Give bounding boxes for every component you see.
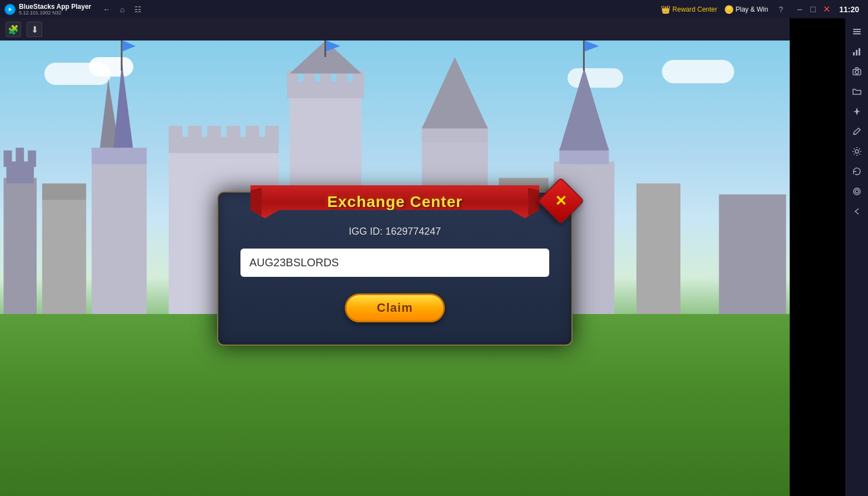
close-dialog-button[interactable]: ✕ (544, 184, 580, 220)
reward-center-label: Reward Center (673, 6, 718, 13)
svg-point-12 (854, 188, 860, 195)
svg-point-11 (855, 190, 859, 193)
close-x-icon: ✕ (555, 194, 567, 208)
help-button[interactable]: ? (775, 3, 787, 16)
reward-center-button[interactable]: 👑 Reward Center (661, 5, 718, 14)
bluestacks-logo (4, 4, 16, 15)
svg-point-9 (855, 70, 859, 74)
sidebar-icon-back[interactable] (848, 203, 866, 220)
app-title: BlueStacks App Player (19, 3, 91, 11)
sidebar-icon-settings[interactable] (848, 143, 866, 160)
svg-rect-2 (853, 29, 861, 30)
sidebar-icon-airplane[interactable] (848, 103, 866, 120)
titlebar-left: BlueStacks App Player 5.12.101.1002 N32 … (0, 3, 144, 16)
maximize-button[interactable]: □ (807, 3, 819, 16)
history-button[interactable]: ☷ (131, 3, 144, 16)
sidebar-icon-stats[interactable] (848, 43, 866, 60)
sidebar-icon-menu[interactable] (848, 23, 866, 41)
app-version: 5.12.101.1002 N32 (19, 11, 91, 16)
clock: 11:20 (839, 5, 859, 14)
play-win-label: Play & Win (736, 6, 769, 13)
minimize-button[interactable]: – (794, 3, 806, 16)
play-win-button[interactable]: 🪙 Play & Win (724, 5, 769, 14)
svg-rect-7 (859, 48, 860, 55)
svg-rect-4 (853, 33, 861, 34)
right-sidebar (845, 18, 868, 496)
toolbar: 🧩 ⬇ (0, 18, 790, 41)
dialog-title: Exchange Center (327, 193, 463, 211)
svg-point-10 (855, 150, 859, 153)
back-button[interactable]: ← (100, 3, 113, 16)
game-area: Exchange Center ✕ IGG ID: 1629774247 Cla… (0, 41, 790, 496)
puzzle-icon: 🧩 (8, 24, 19, 35)
window-controls: – □ ✕ (794, 3, 832, 16)
home-button[interactable]: ⌂ (116, 3, 129, 16)
crown-icon: 👑 (661, 5, 670, 14)
sidebar-icon-folder[interactable] (848, 83, 866, 100)
code-input-wrapper (240, 249, 549, 277)
claim-label: Claim (377, 301, 413, 315)
svg-rect-6 (856, 50, 857, 55)
dialog-overlay: Exchange Center ✕ IGG ID: 1629774247 Cla… (0, 41, 790, 496)
titlebar: BlueStacks App Player 5.12.101.1002 N32 … (0, 0, 868, 18)
close-window-button[interactable]: ✕ (820, 3, 832, 16)
download-icon: ⬇ (31, 24, 38, 35)
download-icon-button[interactable]: ⬇ (27, 22, 42, 37)
close-diamond: ✕ (538, 177, 585, 224)
svg-rect-5 (853, 52, 855, 55)
titlebar-right: 👑 Reward Center 🪙 Play & Win ? – □ ✕ 11:… (661, 3, 868, 16)
exchange-dialog: Exchange Center ✕ IGG ID: 1629774247 Cla… (217, 191, 573, 346)
svg-rect-3 (853, 31, 861, 32)
titlebar-nav: ← ⌂ ☷ (100, 3, 144, 16)
igg-id-text: IGG ID: 1629774247 (240, 226, 549, 237)
claim-button[interactable]: Claim (345, 293, 445, 322)
sidebar-icon-settings2[interactable] (848, 183, 866, 200)
claim-button-wrapper: Claim (240, 293, 549, 322)
code-input[interactable] (240, 249, 549, 277)
sidebar-icon-edit[interactable] (848, 123, 866, 140)
sidebar-icon-refresh[interactable] (848, 163, 866, 180)
sidebar-icon-camera[interactable] (848, 63, 866, 80)
banner-ribbon: Exchange Center (250, 185, 539, 219)
coin-icon: 🪙 (724, 5, 734, 14)
puzzle-icon-button[interactable]: 🧩 (6, 22, 21, 37)
dialog-banner: Exchange Center (250, 183, 539, 221)
